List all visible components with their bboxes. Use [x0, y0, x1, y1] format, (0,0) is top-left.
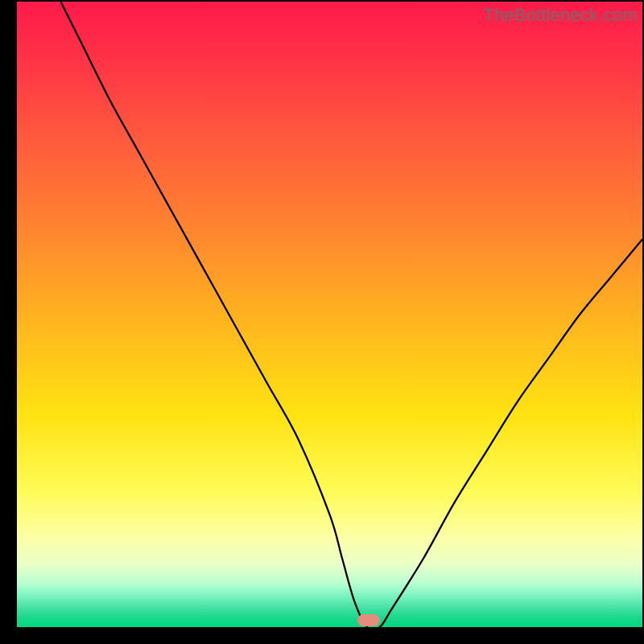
attribution-label: TheBottleneck.com [483, 5, 638, 26]
bottleneck-curve [17, 2, 642, 627]
plot-area: TheBottleneck.com [17, 2, 642, 627]
optimal-marker [357, 614, 380, 626]
chart-frame: TheBottleneck.com [0, 0, 644, 644]
